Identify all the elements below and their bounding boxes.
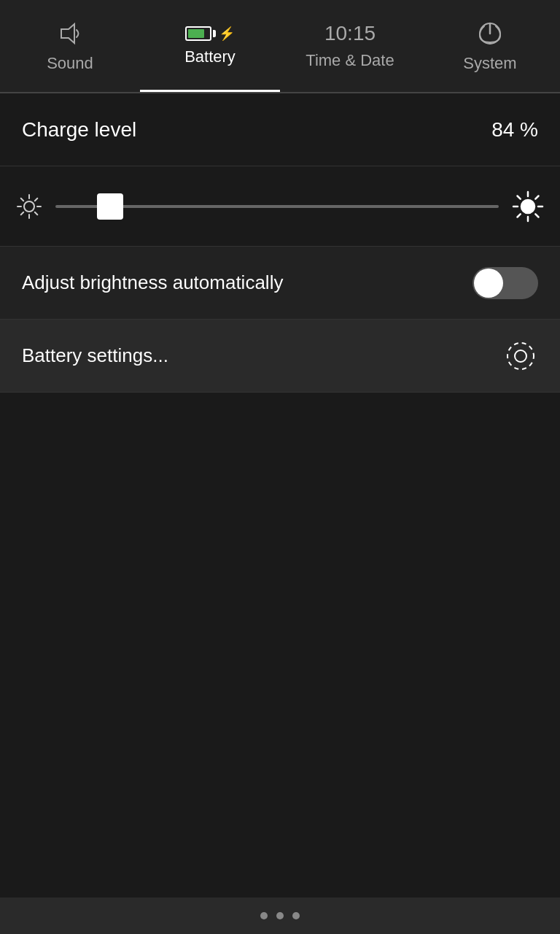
- svg-line-16: [518, 196, 521, 198]
- svg-line-8: [35, 212, 38, 215]
- power-icon: [475, 19, 505, 48]
- content-area: Charge level 84 %: [0, 93, 560, 393]
- svg-point-11: [521, 200, 534, 213]
- brightness-slider-container: [55, 205, 499, 208]
- svg-point-21: [508, 343, 534, 369]
- tab-battery[interactable]: ⚡ Battery: [140, 0, 280, 92]
- battery-icon: ⚡: [185, 26, 235, 42]
- dot-2: [276, 912, 284, 919]
- dot-1: [260, 912, 268, 919]
- charge-level-value: 84 %: [491, 118, 538, 142]
- svg-marker-0: [61, 24, 74, 43]
- tab-system-label: System: [463, 54, 516, 73]
- tab-bar: Sound ⚡ Battery 10:15 Time & Date System: [0, 0, 560, 93]
- tab-time-date-label: Time & Date: [306, 51, 394, 70]
- settings-icon: [503, 339, 538, 374]
- tab-battery-label: Battery: [184, 47, 236, 66]
- svg-line-10: [21, 212, 24, 215]
- brightness-low-icon: [15, 192, 44, 221]
- battery-settings-label: Battery settings...: [22, 344, 168, 367]
- brightness-high-icon: [510, 189, 545, 224]
- bottom-bar: [0, 898, 560, 934]
- auto-brightness-row: Adjust brightness automatically: [0, 247, 560, 320]
- svg-point-20: [515, 350, 526, 362]
- clock-icon: 10:15: [324, 22, 376, 45]
- tab-system[interactable]: System: [420, 0, 560, 92]
- svg-line-17: [535, 214, 538, 217]
- brightness-row: [0, 166, 560, 247]
- battery-settings-row[interactable]: Battery settings...: [0, 320, 560, 393]
- svg-line-7: [21, 198, 24, 201]
- volume-icon: [55, 19, 85, 48]
- svg-line-19: [518, 214, 521, 217]
- toggle-knob: [474, 269, 503, 298]
- brightness-slider[interactable]: [55, 205, 499, 208]
- charge-level-label: Charge level: [22, 118, 136, 142]
- tab-sound[interactable]: Sound: [0, 0, 140, 92]
- svg-line-18: [535, 196, 538, 198]
- svg-line-9: [35, 198, 38, 201]
- dot-3: [292, 912, 300, 919]
- auto-brightness-label: Adjust brightness automatically: [22, 271, 283, 294]
- tab-time-date[interactable]: 10:15 Time & Date: [280, 0, 420, 92]
- auto-brightness-toggle[interactable]: [472, 267, 538, 299]
- charge-level-row: Charge level 84 %: [0, 93, 560, 166]
- svg-point-2: [24, 201, 34, 212]
- tab-sound-label: Sound: [47, 54, 93, 73]
